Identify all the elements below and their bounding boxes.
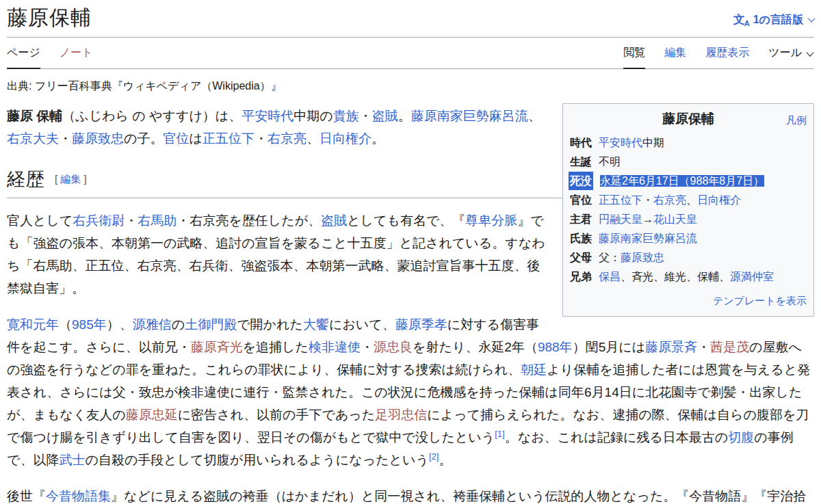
wiki-link[interactable]: 藤原南家巨勢麻呂流 [599,233,697,244]
wiki-link[interactable]: 土御門殿 [185,317,237,332]
wiki-link[interactable]: 円融天皇 [599,213,642,225]
wiki-link[interactable]: 985年 [72,317,107,332]
wiki-link[interactable]: 大饗 [303,317,329,332]
wiki-link[interactable]: 寛和元年 [7,317,59,332]
wiki-link[interactable]: 盗賊 [372,109,398,123]
wiki-link[interactable]: 尊卑分脈 [465,213,517,228]
wiki-link[interactable]: 検非違使 [309,340,361,354]
wiki-link[interactable]: 平安時代 [242,109,294,123]
infobox-row-value: 父：藤原致忠 [599,248,807,267]
red-link[interactable]: 茜是茂 [710,340,749,354]
text-run: 、斉光、維光、保輔、 [621,271,730,282]
text-run: の自殺の手段として切腹が用いられるようになったという [85,453,428,467]
wiki-link[interactable]: 988年 [538,340,573,354]
wiki-link[interactable]: 日向権介 [320,131,372,146]
text-run: ）、 [107,317,133,332]
infobox-row-value: 円融天皇→花山天皇 [599,210,807,228]
infobox-row-label: 父母 [570,248,592,267]
wiki-link[interactable]: 花山天皇 [653,213,697,225]
infobox-row-label: 氏族 [570,229,592,248]
wiki-link[interactable]: 今昔物語集 [46,489,111,503]
wiki-link[interactable]: 切腹 [728,430,754,445]
infobox-row-label: 兄弟 [570,267,592,286]
infobox-row-value: 平安時代中期 [599,133,807,152]
wiki-link[interactable]: 官位 [163,131,189,146]
site-subtitle: 出典: フリー百科事典『ウィキペディア（Wikipedia）』 [7,79,814,94]
wiki-link[interactable]: 日向権介 [697,194,741,206]
wiki-link[interactable]: 武士 [59,453,85,467]
infobox-row: 官位正五位下・右京亮、日向権介 [570,191,807,209]
wiki-link[interactable]: 右京亮 [268,131,307,146]
infobox-row-value: 正五位下・右京亮、日向権介 [599,191,807,209]
infobox-row-label: 官位 [570,191,592,209]
text-run: （ [59,317,72,332]
wiki-link[interactable]: 右京大夫 [7,131,59,146]
career-paragraph-2: 寛和元年（985年）、源雅信の土御門殿で開かれた大饗において、藤原季孝に対する傷… [7,313,814,471]
edit-section-link[interactable]: 編集 [60,173,81,185]
wiki-link[interactable]: 右馬助 [138,213,177,228]
language-selector-button[interactable]: 文A1の言語版 [733,12,814,27]
wiki-link[interactable]: 巨勢麻呂流 [463,109,528,123]
infobox-row-value: 永延2年6月17日（988年8月7日） [600,172,807,190]
wiki-link[interactable]: 保昌 [599,271,621,282]
wiki-link[interactable]: 右兵衛尉 [73,213,125,228]
text-run: 』などに見える盗賊の袴垂（はかまだれ）と同一視され、袴垂保輔という伝説的人物とな… [7,489,806,504]
text-run: 。 [439,453,452,467]
wiki-link[interactable]: 源満仲室 [730,271,774,282]
tab-history[interactable]: 履歴表示 [705,38,749,68]
red-link[interactable]: 足羽忠信 [375,408,427,422]
wiki-link[interactable]: 朝廷 [521,362,547,377]
infobox-row-label: 生誕 [570,152,592,171]
tab-page[interactable]: ページ [7,38,40,68]
wiki-link[interactable]: 藤原景斉 [645,340,697,354]
ref-link[interactable]: [2] [429,451,439,461]
selected-text: 永延2年6月17日（988年8月7日） [600,175,764,187]
text-run: ・ [125,213,138,228]
infobox-title: 藤原保輔 凡例 [570,107,807,133]
red-link[interactable]: 源忠良 [374,340,413,354]
infobox-template-link[interactable]: テンプレートを表示 [570,291,807,310]
infobox-row: 父母父：藤原致忠 [570,248,807,267]
red-link[interactable]: 藤原斉光 [191,340,243,354]
ref-link[interactable]: [1] [495,428,504,438]
wiki-link[interactable]: 藤原致忠 [72,131,124,146]
wiki-link[interactable]: 貴族 [333,109,359,123]
wiki-link[interactable]: 藤原季孝 [395,317,447,332]
tab-read[interactable]: 閲覧 [623,38,645,68]
wiki-link[interactable]: 右京亮 [653,194,686,206]
chevron-down-icon [807,14,815,22]
text-run: ・ [359,109,372,123]
infobox-row-label: 死没 [569,172,593,190]
article-content: 出典: フリー百科事典『ウィキペディア（Wikipedia）』 藤原保輔 凡例 … [7,79,814,504]
red-link[interactable]: 藤原忠延 [126,408,178,422]
text-run: で開かれた [237,317,303,332]
wiki-link[interactable]: 平安時代 [599,137,642,148]
text-run: 。なお、これは記録に残る日本最古の [505,430,729,445]
legend-paragraph: 後世『今昔物語集』などに見える盗賊の袴垂（はかまだれ）と同一視され、袴垂保輔とい… [7,485,814,504]
infobox-legend-link[interactable]: 凡例 [786,111,807,129]
infobox-row-label: 主君 [570,210,592,228]
text-run: （ふじわら の やすすけ）は、 [62,109,242,123]
text-run: において、 [329,317,395,332]
wiki-link[interactable]: 藤原致忠 [621,252,664,263]
tab-tools[interactable]: ツール [768,38,813,68]
tab-talk[interactable]: ノート [60,38,93,68]
text-run: → [642,213,653,225]
text-run: を追捕した [243,340,309,354]
wiki-link[interactable]: 正五位下 [203,131,255,146]
text-run: 父： [599,252,621,263]
wiki-link[interactable]: 源雅信 [133,317,172,332]
wiki-link[interactable]: 正五位下 [599,194,642,206]
tab-edit[interactable]: 編集 [664,38,686,68]
text-run: 官人として [7,213,73,228]
text-run: ・ [361,340,374,354]
text-run: 中期 [642,137,664,148]
text-run: を射たり、永延2年（ [413,340,538,354]
wiki-link[interactable]: 盗賊 [321,213,347,228]
text-run: ・ [59,131,72,146]
text-run: ・右京亮を歴任したが、 [177,213,321,228]
text-run: 。 [398,109,411,123]
language-count-label: 1の言語版 [753,14,803,25]
wiki-link[interactable]: 藤原南家 [411,109,463,123]
view-tabs: 閲覧 編集 履歴表示 ツール [623,38,814,68]
